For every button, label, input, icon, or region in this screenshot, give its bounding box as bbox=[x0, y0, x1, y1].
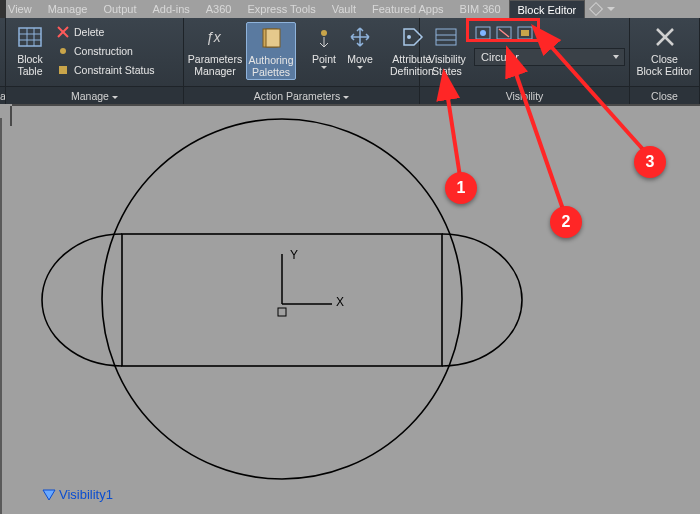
move-label: Move bbox=[347, 53, 373, 65]
ribbon: al Block Table Delete Construction bbox=[0, 18, 700, 104]
panel-close-title: Close bbox=[630, 86, 699, 104]
move-dd-icon bbox=[357, 66, 363, 69]
tab-a360[interactable]: A360 bbox=[198, 0, 240, 18]
visibility-state-value: Circular bbox=[481, 51, 519, 63]
svg-marker-28 bbox=[43, 490, 55, 500]
tab-manage[interactable]: Manage bbox=[40, 0, 96, 18]
delete-button[interactable]: Delete bbox=[54, 24, 158, 40]
constraint-status-label: Constraint Status bbox=[74, 64, 155, 76]
close-block-editor-button[interactable]: Close Block Editor bbox=[635, 22, 695, 78]
svg-rect-0 bbox=[19, 28, 41, 46]
ucs-y-label: Y bbox=[290, 248, 298, 262]
make-visible-button[interactable] bbox=[474, 24, 492, 42]
svg-rect-8 bbox=[59, 66, 67, 74]
move-button[interactable]: Move bbox=[344, 22, 376, 70]
point-dd-icon bbox=[321, 66, 327, 69]
visibility-grip-label: Visibility1 bbox=[59, 487, 113, 502]
panel-visibility: Visibility States Circular Visibility bbox=[420, 18, 630, 104]
visibility-controls: Circular bbox=[474, 22, 625, 66]
close-icon bbox=[651, 23, 679, 51]
shape-arc-right[interactable] bbox=[442, 234, 522, 366]
authoring-palettes-button[interactable]: Authoring Palettes bbox=[246, 22, 296, 80]
authoring-palettes-label: Authoring Palettes bbox=[249, 54, 294, 78]
panel-close: Close Block Editor Close bbox=[630, 18, 700, 104]
tab-view[interactable]: View bbox=[0, 0, 40, 18]
panel-trunc-title: al bbox=[0, 86, 5, 104]
svg-text:ƒx: ƒx bbox=[206, 29, 222, 45]
visibility-states-label: Visibility States bbox=[428, 53, 466, 77]
move-icon bbox=[346, 23, 374, 51]
parameters-manager-button[interactable]: ƒx Parameters Manager bbox=[188, 22, 242, 78]
visibility-states-icon bbox=[433, 23, 461, 51]
svg-point-7 bbox=[60, 48, 66, 54]
tab-dropdown-icon[interactable] bbox=[607, 7, 615, 11]
tab-output[interactable]: Output bbox=[95, 0, 144, 18]
point-icon bbox=[310, 23, 338, 51]
svg-point-12 bbox=[321, 30, 327, 36]
svg-point-13 bbox=[407, 35, 411, 39]
visibility-state-dropdown[interactable]: Circular bbox=[474, 48, 625, 66]
manage-menu: Delete Construction Constraint Status bbox=[54, 22, 158, 78]
svg-rect-22 bbox=[521, 30, 529, 36]
panel-action-parameters-title: Action Parameters bbox=[184, 86, 419, 104]
visibility-minibar bbox=[474, 24, 625, 42]
construction-button[interactable]: Construction bbox=[54, 43, 158, 59]
tab-block-editor[interactable]: Block Editor bbox=[509, 0, 586, 18]
visibility-mode-button[interactable] bbox=[516, 24, 534, 42]
point-button[interactable]: Point bbox=[308, 22, 340, 70]
delete-icon bbox=[57, 26, 69, 38]
authoring-palettes-icon bbox=[257, 24, 285, 52]
tab-featured[interactable]: Featured Apps bbox=[364, 0, 452, 18]
construction-icon bbox=[57, 45, 69, 57]
panel-manage: Block Table Delete Construction Constrai… bbox=[6, 18, 184, 104]
parameters-manager-label: Parameters Manager bbox=[188, 53, 242, 77]
drawing-svg bbox=[0, 104, 700, 514]
block-table-icon bbox=[16, 23, 44, 51]
close-block-editor-label: Close Block Editor bbox=[636, 53, 692, 77]
block-table-label: Block Table bbox=[17, 53, 43, 77]
make-invisible-button[interactable] bbox=[495, 24, 513, 42]
visibility-grip[interactable]: Visibility1 bbox=[42, 487, 113, 502]
drawing-canvas[interactable]: Y X Visibility1 bbox=[0, 104, 700, 514]
panel-manage-title: Manage bbox=[6, 86, 183, 104]
ribbon-tab-strip: View Manage Output Add-ins A360 Express … bbox=[0, 0, 700, 18]
tab-bim360[interactable]: BIM 360 bbox=[452, 0, 509, 18]
svg-rect-14 bbox=[436, 29, 456, 45]
tab-addins[interactable]: Add-ins bbox=[144, 0, 197, 18]
tab-express[interactable]: Express Tools bbox=[239, 0, 323, 18]
point-label: Point bbox=[312, 53, 336, 65]
svg-point-18 bbox=[480, 30, 486, 36]
tab-overflow-icon[interactable] bbox=[589, 2, 603, 16]
shape-arc-left[interactable] bbox=[42, 234, 122, 366]
fx-icon: ƒx bbox=[201, 23, 229, 51]
block-table-button[interactable]: Block Table bbox=[10, 22, 50, 78]
panel-visibility-title: Visibility bbox=[420, 86, 629, 104]
construction-label: Construction bbox=[74, 45, 133, 57]
visibility-grip-icon bbox=[42, 489, 56, 501]
svg-rect-27 bbox=[278, 308, 286, 316]
svg-rect-11 bbox=[266, 29, 280, 47]
ucs-x-label: X bbox=[336, 295, 344, 309]
constraint-status-button[interactable]: Constraint Status bbox=[54, 62, 158, 78]
constraint-status-icon bbox=[57, 64, 69, 76]
ucs-icon bbox=[278, 254, 332, 316]
delete-label: Delete bbox=[74, 26, 104, 38]
panel-action-parameters: ƒx Parameters Manager Authoring Palettes… bbox=[184, 18, 420, 104]
tab-vault[interactable]: Vault bbox=[324, 0, 364, 18]
visibility-states-button[interactable]: Visibility States bbox=[424, 22, 470, 78]
